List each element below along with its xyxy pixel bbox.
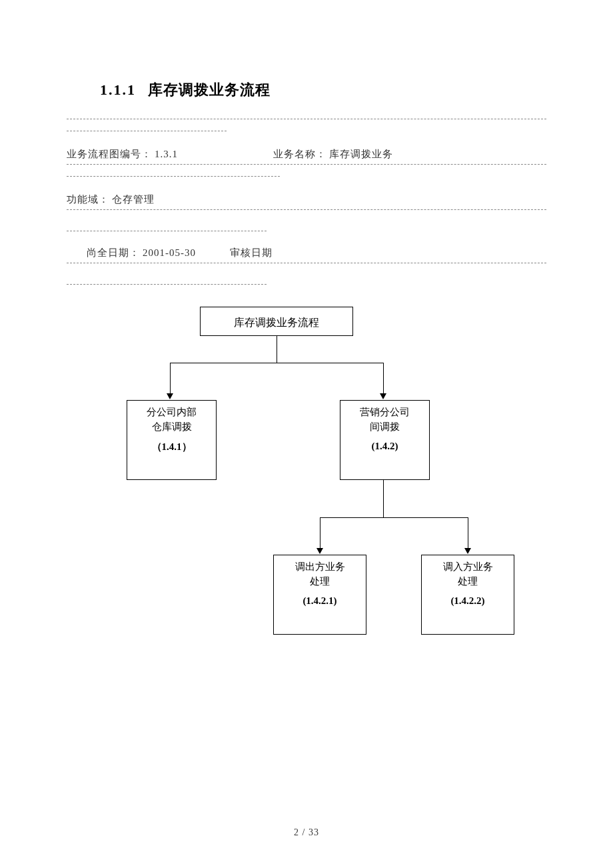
- flowchart-node-intercompany-transfer: 营销分公司 间调拨 (1.4.2): [340, 400, 430, 480]
- meta-business-name: 业务名称：库存调拨业务: [273, 148, 393, 161]
- node-line1: 营销分公司: [340, 405, 429, 419]
- connector: [468, 517, 468, 551]
- meta-flow-number: 业务流程图编号：1.3.1: [67, 148, 178, 161]
- arrowhead-icon: [380, 393, 386, 399]
- section-number: 1.1.1: [100, 81, 136, 98]
- divider: [67, 119, 546, 120]
- flowchart-node-internal-transfer: 分公司内部 仓库调拨 （1.4.1）: [127, 400, 217, 480]
- connector: [383, 480, 384, 517]
- flowchart-node-in-processing: 调入方业务 处理 (1.4.2.2): [421, 555, 514, 635]
- meta-value: 库存调拨业务: [329, 149, 393, 159]
- connector: [170, 363, 171, 396]
- connector: [170, 363, 383, 363]
- section-heading: 1.1.1库存调拨业务流程: [100, 80, 271, 100]
- node-line1: 分公司内部: [127, 405, 216, 419]
- node-line1: 调入方业务: [422, 559, 514, 574]
- connector: [383, 363, 384, 396]
- node-line2: 仓库调拨: [127, 419, 216, 434]
- node-code: (1.4.2.1): [274, 595, 366, 607]
- arrowhead-icon: [464, 548, 471, 554]
- node-line2: 处理: [422, 574, 514, 589]
- meta-value: 仓存管理: [112, 194, 155, 205]
- meta-value: 1.3.1: [155, 149, 178, 159]
- node-label: 库存调拨业务流程: [234, 317, 319, 328]
- meta-complete-date: 尚全日期：2001-05-30: [87, 247, 196, 259]
- section-title: 库存调拨业务流程: [148, 81, 271, 98]
- node-line1: 调出方业务: [274, 559, 366, 574]
- flowchart-node-out-processing: 调出方业务 处理 (1.4.2.1): [273, 555, 366, 635]
- divider-tail: [67, 176, 280, 177]
- meta-function-domain: 功能域：仓存管理: [67, 193, 155, 206]
- divider: [67, 209, 546, 211]
- arrowhead-icon: [316, 548, 323, 554]
- meta-label: 业务流程图编号：: [67, 149, 152, 159]
- node-line2: 处理: [274, 574, 366, 589]
- node-line2: 间调拨: [340, 419, 429, 434]
- page-number: 2 / 33: [0, 827, 613, 838]
- flowchart-root-node: 库存调拨业务流程: [200, 307, 353, 336]
- divider-tail: [67, 231, 267, 232]
- arrowhead-icon: [167, 393, 173, 399]
- node-code: (1.4.2): [340, 441, 429, 452]
- connector: [277, 336, 277, 363]
- meta-label: 业务名称：: [273, 149, 326, 159]
- connector: [320, 517, 468, 518]
- divider-tail: [67, 284, 267, 285]
- node-code: （1.4.1）: [127, 441, 216, 453]
- node-code: (1.4.2.2): [422, 595, 514, 607]
- meta-label: 审核日期: [230, 247, 273, 258]
- meta-label: 功能域：: [67, 194, 109, 205]
- meta-label: 尚全日期：: [87, 247, 140, 258]
- connector: [320, 517, 320, 551]
- divider: [67, 263, 546, 264]
- meta-value: 2001-05-30: [143, 247, 196, 258]
- meta-review-date: 审核日期: [230, 247, 275, 259]
- divider: [67, 164, 546, 165]
- divider-tail: [67, 131, 227, 132]
